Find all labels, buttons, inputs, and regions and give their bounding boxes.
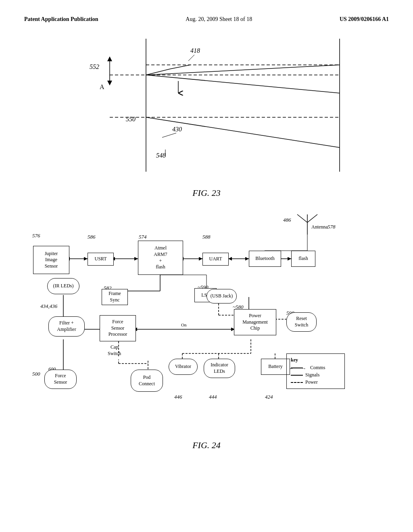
block-framesync: FrameSync (102, 289, 128, 305)
ref-586: 586 (88, 234, 96, 240)
block-jupiter: JupiterImageSensor (33, 246, 69, 274)
key-comms: ← → Comms (291, 365, 340, 371)
block-pod-connect: PodConnect (131, 370, 163, 392)
ref-424: 424 (265, 394, 273, 400)
header-right: US 2009/0206166 A1 (340, 16, 389, 23)
svg-line-11 (146, 75, 340, 93)
key-power-line (291, 382, 303, 383)
svg-text:On: On (181, 322, 187, 327)
svg-line-16 (162, 133, 176, 137)
svg-text:A: A (100, 83, 104, 90)
block-vibrator: Vibrator (169, 359, 198, 375)
block-bluetooth: Bluetooth (249, 251, 281, 267)
fig23-svg: 552 A 418 550 430 (65, 35, 348, 180)
fig23-diagram: 552 A 418 550 430 (24, 35, 389, 184)
block-battery: Battery (261, 359, 290, 375)
key-signals: Signals (291, 372, 340, 378)
svg-text:552: 552 (90, 63, 99, 70)
fig24-label: FIG. 24 (24, 440, 389, 451)
svg-line-6 (188, 55, 194, 61)
block-force-sensor: ForceSensor (44, 370, 77, 389)
svg-text:486: 486 (283, 217, 291, 223)
block-uart: UART (202, 253, 229, 266)
block-usrt: USRT (88, 253, 114, 266)
label-capswitch: CapSwitch (108, 344, 121, 357)
svg-text:550: 550 (126, 116, 136, 123)
svg-line-23 (307, 214, 317, 222)
ref-576: 576 (32, 233, 40, 239)
svg-line-22 (297, 214, 307, 222)
fig24-diagram: 486 Antenna 578 (24, 210, 389, 436)
diagram-wrapper: 486 Antenna 578 (25, 210, 388, 432)
header: Patent Application Publication Aug. 20, … (24, 16, 389, 23)
block-flash: flash (291, 251, 315, 267)
svg-line-8 (146, 65, 340, 75)
block-force-proc: ForceSensorProcessor (100, 315, 136, 341)
svg-line-10 (170, 65, 190, 69)
svg-text:548: 548 (156, 152, 166, 159)
block-indicator-leds: IndicatorLEDs (204, 359, 235, 378)
ref-434: 434,436 (40, 303, 57, 310)
fig23-label: FIG. 23 (24, 188, 389, 198)
ref-574: 574 (139, 234, 147, 240)
block-usbjack: (USB Jack) (206, 289, 237, 303)
ref-444: 444 (209, 394, 217, 400)
key-signals-line (291, 375, 303, 376)
ref-588: 588 (202, 234, 211, 240)
block-filter-amp: Filter +Amplifier (48, 316, 85, 337)
ref-500: 500 (32, 371, 40, 377)
key-comms-line: ← → (291, 368, 303, 368)
key-comms-label: Comms (305, 365, 325, 371)
block-power-mgmt: PowerManagementChip (234, 309, 276, 335)
header-left: Patent Application Publication (24, 16, 98, 23)
key-box: key ← → Comms Signals Power (286, 353, 345, 389)
key-power: Power (291, 379, 340, 385)
block-atmel: AtmelARM7+flash (138, 241, 183, 275)
page: Patent Application Publication Aug. 20, … (0, 0, 413, 532)
svg-text:578: 578 (327, 224, 336, 230)
block-reset: ResetSwitch (286, 312, 317, 332)
svg-text:430: 430 (172, 126, 182, 133)
header-center: Aug. 20, 2009 Sheet 18 of 18 (186, 16, 252, 23)
svg-text:418: 418 (190, 47, 200, 54)
key-power-label: Power (305, 379, 318, 385)
key-signals-label: Signals (305, 372, 319, 378)
svg-text:Antenna: Antenna (311, 224, 328, 230)
key-title: key (291, 357, 340, 363)
ref-446: 446 (174, 394, 182, 400)
block-irleds: (IR LEDs) (47, 278, 79, 294)
